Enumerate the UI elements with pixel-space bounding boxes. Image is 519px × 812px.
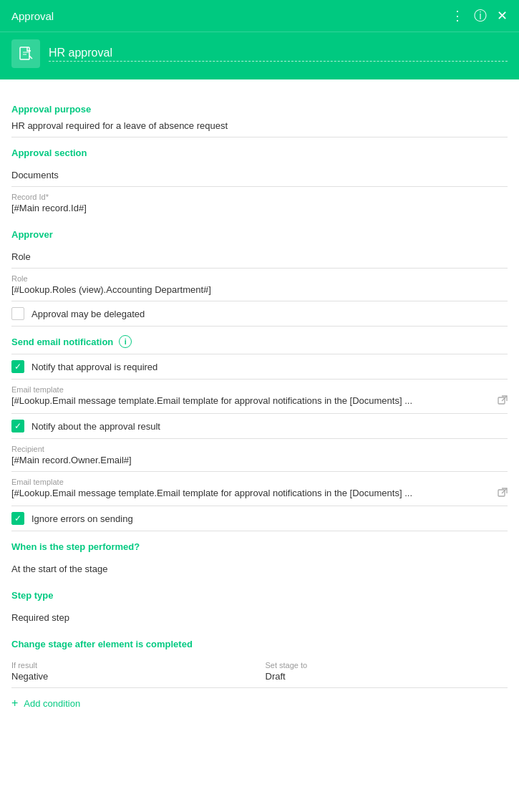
more-icon[interactable]: ⋮ [451,8,464,24]
sub-header: HR approval [0,32,519,79]
if-result-col: If result Negative [11,661,254,682]
set-stage-label: Set stage to [266,661,508,670]
approver-type-value: Role [11,251,508,262]
approval-purpose-value: HR approval required for a leave of abse… [11,120,508,131]
add-condition-label: Add condition [24,698,80,709]
when-performed-value: At the start of the stage [11,564,508,574]
record-id-row: Record Id* [#Main record.Id#] [11,187,508,219]
email-template-1-value: [#Lookup.Email message template.Email te… [11,395,492,406]
email-template-2-row: Email template [#Lookup.Email message te… [11,472,508,506]
approval-section-label: Approval section [11,148,508,158]
send-email-label: Send email notification [11,337,113,347]
record-icon [11,39,40,68]
add-condition-plus-icon: + [11,697,18,710]
step-type-group: Step type Required step [11,580,508,629]
email-template-2-content: Email template [#Lookup.Email message te… [11,478,492,498]
change-stage-group: Change stage after element is completed … [11,629,508,688]
notify-result-label: Notify about the approval result [31,421,160,432]
approver-role-label: Role [11,274,508,283]
set-stage-col: Set stage to Draft [254,661,508,682]
app-header: Approval ⋮ ⓘ ✕ [0,0,519,32]
step-type-value-row: Required step [11,606,508,629]
email-template-2-value: [#Lookup.Email message template.Email te… [11,488,492,498]
change-stage-section-label: Change stage after element is completed [11,639,508,649]
set-stage-value: Draft [266,671,508,682]
svg-rect-0 [20,47,29,59]
ignore-errors-checkbox[interactable]: ✓ [11,512,24,525]
delegate-row: Approval may be delegated [11,301,508,327]
step-type-section-label: Step type [11,590,508,601]
send-email-info-icon[interactable]: i [119,335,132,348]
email-template-2-link-icon[interactable] [498,488,508,500]
approval-purpose-section: Approval purpose HR approval required fo… [11,91,508,137]
approver-group: Approver Role Role [#Lookup.Roles (view)… [11,219,508,327]
approver-role-row: Role [#Lookup.Roles (view).Accounting De… [11,269,508,301]
ignore-errors-row: ✓ Ignore errors on sending [11,506,508,531]
app-title: Approval [11,10,54,22]
header-icon-group: ⋮ ⓘ ✕ [451,7,508,24]
notify-required-row: ✓ Notify that approval is required [11,354,508,380]
record-id-label: Record Id* [11,193,508,201]
info-icon[interactable]: ⓘ [474,7,487,24]
if-result-value: Negative [11,671,254,682]
ignore-errors-checkmark: ✓ [14,514,21,523]
notify-required-label: Notify that approval is required [31,362,157,372]
approver-section-label: Approver [11,229,508,240]
ignore-errors-label: Ignore errors on sending [31,513,133,524]
send-email-group: Send email notification i ✓ Notify that … [11,327,508,531]
when-performed-group: When is the step performed? At the start… [11,531,508,580]
when-performed-value-row: At the start of the stage [11,558,508,580]
svg-rect-2 [498,490,505,496]
if-result-label: If result [11,661,254,670]
change-stage-values-row: If result Negative Set stage to Draft [11,655,508,688]
delegate-checkbox[interactable] [11,307,24,320]
send-email-header: Send email notification i [11,329,508,354]
notify-required-checkbox[interactable]: ✓ [11,360,24,373]
email-template-1-content: Email template [#Lookup.Email message te… [11,385,492,406]
record-id-value: [#Main record.Id#] [11,203,508,213]
approval-purpose-label: Approval purpose [11,104,508,115]
email-template-2-label: Email template [11,478,492,486]
approval-section-value: Documents [11,170,508,180]
close-icon[interactable]: ✕ [497,8,508,24]
notify-result-row: ✓ Notify about the approval result [11,414,508,439]
notify-required-checkmark: ✓ [14,362,21,371]
notify-result-checkmark: ✓ [14,422,21,430]
when-performed-section-label: When is the step performed? [11,541,508,552]
email-template-1-row: Email template [#Lookup.Email message te… [11,380,508,414]
notify-result-checkbox[interactable]: ✓ [11,420,24,432]
approver-type-row: Role [11,246,508,269]
approval-section-value-row: Documents [11,164,508,187]
record-title[interactable]: HR approval [49,47,508,62]
add-condition-row[interactable]: + Add condition [11,688,508,718]
email-template-1-label: Email template [11,385,492,394]
approval-section-group: Approval section Documents Record Id* [#… [11,137,508,219]
step-type-value: Required step [11,612,508,623]
approver-role-value: [#Lookup.Roles (view).Accounting Departm… [11,284,508,295]
main-content: Approval purpose HR approval required fo… [0,79,519,718]
delegate-label: Approval may be delegated [31,309,145,319]
recipient-value: [#Main record.Owner.Email#] [11,455,508,465]
recipient-row: Recipient [#Main record.Owner.Email#] [11,439,508,472]
svg-rect-1 [498,397,505,404]
recipient-label: Recipient [11,445,508,453]
email-template-1-link-icon[interactable] [498,395,508,407]
